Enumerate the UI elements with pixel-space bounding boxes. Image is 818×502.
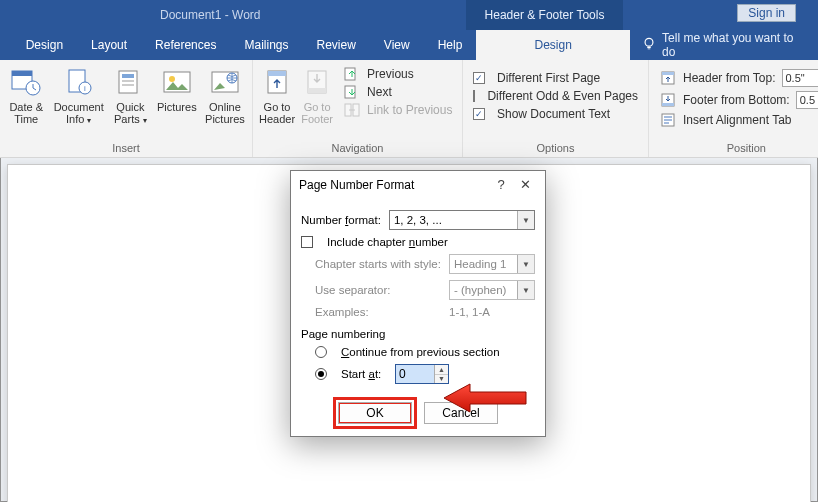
online-pictures-label: Online Pictures bbox=[204, 101, 246, 125]
continue-from-previous-label: Continue from previous section bbox=[341, 346, 500, 358]
next-icon bbox=[343, 85, 361, 99]
pictures-button[interactable]: Pictures bbox=[156, 64, 198, 113]
insert-alignment-tab-icon bbox=[659, 113, 677, 127]
chevron-down-icon: ▼ bbox=[517, 211, 534, 229]
quick-parts-button[interactable]: Quick Parts ▾ bbox=[111, 64, 150, 126]
radio-unselected-icon bbox=[315, 346, 327, 358]
dialog-close-button[interactable]: ✕ bbox=[513, 177, 537, 192]
svg-point-12 bbox=[169, 76, 175, 82]
number-format-combo[interactable]: 1, 2, 3, ... ▼ bbox=[389, 210, 535, 230]
different-odd-even-checkbox[interactable]: Different Odd & Even Pages bbox=[469, 88, 642, 104]
examples-value: 1-1, 1-A bbox=[449, 306, 490, 318]
svg-rect-26 bbox=[662, 103, 674, 106]
document-title: Document1 - Word bbox=[160, 8, 260, 22]
group-caption-position: Position bbox=[655, 140, 818, 157]
continue-from-previous-radio[interactable]: Continue from previous section bbox=[315, 346, 535, 358]
group-caption-navigation: Navigation bbox=[259, 140, 456, 157]
header-from-top-field[interactable]: Header from Top: 0.5" bbox=[655, 68, 818, 88]
title-bar: Document1 - Word Header & Footer Tools S… bbox=[0, 0, 818, 30]
tab-help[interactable]: Help bbox=[424, 30, 477, 60]
footer-from-bottom-field[interactable]: Footer from Bottom: 0.5 bbox=[655, 90, 818, 110]
checkbox-unchecked-icon bbox=[473, 90, 475, 102]
chevron-down-icon: ▼ bbox=[517, 255, 534, 273]
online-pictures-icon bbox=[209, 66, 241, 98]
quick-parts-label: Quick Parts ▾ bbox=[111, 101, 150, 126]
include-chapter-number-checkbox[interactable]: Include chapter number bbox=[301, 236, 535, 248]
ribbon-group-options: ✓ Different First Page Different Odd & E… bbox=[463, 60, 649, 157]
tab-layout[interactable]: Layout bbox=[77, 30, 141, 60]
cancel-button[interactable]: Cancel bbox=[424, 402, 498, 424]
goto-header-icon bbox=[261, 66, 293, 98]
different-first-page-checkbox[interactable]: ✓ Different First Page bbox=[469, 70, 642, 86]
link-to-previous-button: Link to Previous bbox=[339, 102, 456, 118]
tab-hf-design[interactable]: Design bbox=[476, 30, 630, 60]
chapter-style-combo: Heading 1 ▼ bbox=[449, 254, 535, 274]
dialog-help-button[interactable]: ? bbox=[489, 177, 513, 192]
quick-parts-icon bbox=[114, 66, 146, 98]
document-info-label: Document Info ▾ bbox=[52, 101, 105, 126]
tab-references[interactable]: References bbox=[141, 30, 230, 60]
previous-button[interactable]: Previous bbox=[339, 66, 456, 82]
group-caption-insert: Insert bbox=[6, 140, 246, 157]
pictures-icon bbox=[161, 66, 193, 98]
next-button[interactable]: Next bbox=[339, 84, 456, 100]
page-number-format-dialog: Page Number Format ? ✕ Number format: 1,… bbox=[290, 170, 546, 437]
dialog-titlebar: Page Number Format ? ✕ bbox=[291, 171, 545, 198]
tell-me-label: Tell me what you want to do bbox=[662, 31, 806, 59]
ribbon-group-insert: Date & Time i Document Info ▾ Quick Part… bbox=[0, 60, 253, 157]
different-first-page-label: Different First Page bbox=[497, 71, 600, 85]
tab-mailings[interactable]: Mailings bbox=[230, 30, 302, 60]
ok-button[interactable]: OK bbox=[338, 402, 412, 424]
previous-icon bbox=[343, 67, 361, 81]
header-from-top-value[interactable]: 0.5" bbox=[782, 69, 819, 87]
examples-label: Examples: bbox=[315, 306, 441, 318]
tab-view[interactable]: View bbox=[370, 30, 424, 60]
spinner-down-icon[interactable]: ▼ bbox=[435, 375, 448, 384]
tab-review[interactable]: Review bbox=[302, 30, 369, 60]
checkbox-checked-icon: ✓ bbox=[473, 72, 485, 84]
include-chapter-number-label: Include chapter number bbox=[327, 236, 448, 248]
dialog-title: Page Number Format bbox=[299, 178, 489, 192]
show-document-text-checkbox[interactable]: ✓ Show Document Text bbox=[469, 106, 642, 122]
chapter-starts-with-style-label: Chapter starts with style: bbox=[315, 258, 441, 270]
goto-footer-icon bbox=[301, 66, 333, 98]
spinner-up-icon[interactable]: ▲ bbox=[435, 365, 448, 375]
chapter-style-value: Heading 1 bbox=[454, 258, 506, 270]
ribbon-group-navigation: Go to Header Go to Footer Previous Next bbox=[253, 60, 463, 157]
header-from-top-label: Header from Top: bbox=[683, 71, 776, 85]
document-info-button[interactable]: i Document Info ▾ bbox=[52, 64, 105, 126]
date-time-button[interactable]: Date & Time bbox=[6, 64, 46, 125]
group-caption-options: Options bbox=[469, 140, 642, 157]
contextual-tab-title: Header & Footer Tools bbox=[466, 0, 623, 30]
tell-me-search[interactable]: Tell me what you want to do bbox=[630, 30, 818, 60]
footer-from-bottom-value[interactable]: 0.5 bbox=[796, 91, 818, 109]
show-document-text-label: Show Document Text bbox=[497, 107, 610, 121]
next-label: Next bbox=[367, 85, 392, 99]
date-time-icon bbox=[10, 66, 42, 98]
start-at-spinner[interactable]: 0 ▲▼ bbox=[395, 364, 449, 384]
svg-rect-24 bbox=[662, 72, 674, 75]
goto-header-label: Go to Header bbox=[259, 101, 295, 125]
online-pictures-button[interactable]: Online Pictures bbox=[204, 64, 246, 125]
goto-header-button[interactable]: Go to Header bbox=[259, 64, 295, 125]
footer-from-bottom-icon bbox=[659, 93, 677, 107]
tabstrip-spacer bbox=[0, 30, 12, 60]
svg-point-0 bbox=[645, 38, 653, 46]
number-format-value: 1, 2, 3, ... bbox=[394, 214, 442, 226]
header-from-top-icon bbox=[659, 71, 677, 85]
start-at-value[interactable]: 0 bbox=[396, 365, 434, 383]
insert-alignment-tab-button[interactable]: Insert Alignment Tab bbox=[655, 112, 818, 128]
number-format-label: Number format: bbox=[301, 214, 381, 226]
svg-rect-9 bbox=[122, 80, 134, 82]
lightbulb-icon bbox=[642, 37, 656, 54]
checkbox-checked-icon: ✓ bbox=[473, 108, 485, 120]
tab-design[interactable]: Design bbox=[12, 30, 77, 60]
footer-from-bottom-label: Footer from Bottom: bbox=[683, 93, 790, 107]
date-time-label: Date & Time bbox=[6, 101, 46, 125]
sign-in-button[interactable]: Sign in bbox=[737, 4, 796, 22]
spinner-buttons[interactable]: ▲▼ bbox=[434, 365, 448, 383]
insert-alignment-tab-label: Insert Alignment Tab bbox=[683, 113, 792, 127]
start-at-radio[interactable]: Start at: 0 ▲▼ bbox=[315, 364, 535, 384]
goto-footer-button: Go to Footer bbox=[301, 64, 333, 125]
svg-rect-16 bbox=[268, 71, 286, 76]
